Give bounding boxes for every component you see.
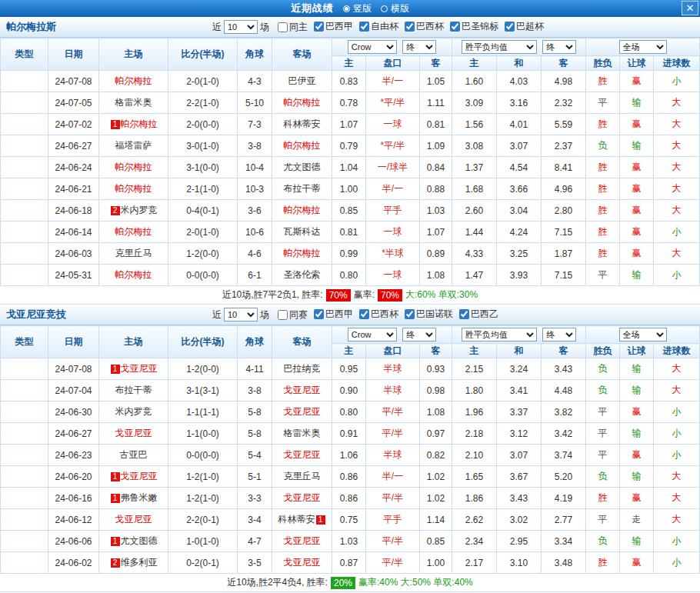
euro-home-odds: 2.17: [452, 552, 497, 574]
euro-odds-select[interactable]: 胜平负均值: [462, 40, 537, 54]
goals-result: 大: [654, 157, 700, 178]
asian-handicap: *半球: [366, 243, 420, 265]
league-checkbox[interactable]: [505, 22, 515, 32]
same-filter[interactable]: 同主: [278, 21, 308, 34]
focus-team-name: 戈亚尼亚: [115, 428, 152, 438]
asian-time-select[interactable]: 终: [402, 328, 436, 341]
league-filter[interactable]: 巴西乙: [459, 308, 498, 321]
league-checkbox[interactable]: [450, 22, 460, 32]
red-card-badge: 2: [111, 558, 120, 568]
asian-away-odds: 0.82: [420, 445, 452, 466]
same-checkbox[interactable]: [278, 22, 288, 32]
away-team-cell: 科林蒂安1: [272, 509, 332, 531]
radio-icon: [343, 5, 350, 12]
scope-controls: 全场: [586, 38, 700, 56]
corners-cell: 4-6: [238, 243, 272, 265]
handicap-result: 输: [620, 92, 654, 114]
euro-away-odds: 2.32: [542, 92, 586, 114]
league-filter[interactable]: 巴西甲: [314, 20, 353, 33]
goals-result: 大: [654, 380, 700, 401]
match-row: 巴西甲24-07-021帕尔梅拉2-0(0-0)7-3科林蒂安1.07一球0.8…: [1, 114, 700, 135]
home-team-cell: 戈亚尼亚: [99, 509, 168, 531]
focus-team-name: 帕尔梅拉: [121, 118, 158, 129]
goals-result: 大: [654, 92, 700, 114]
league-label: 巴西杯: [416, 20, 444, 33]
near-count-select[interactable]: 10: [224, 20, 258, 34]
handicap-result: 输: [620, 423, 654, 445]
league-filter[interactable]: 巴西杯: [359, 308, 398, 321]
euro-time-select[interactable]: 终: [542, 40, 576, 54]
bookmaker-select[interactable]: Crow: [348, 40, 397, 54]
euro-home-odds: 1.86: [452, 488, 497, 509]
league-cell: 巴西甲: [1, 401, 48, 423]
asian-away-odds: 1.03: [420, 200, 452, 222]
league-filter[interactable]: 巴超杯: [505, 20, 544, 33]
match-row: 巴西甲24-07-08帕尔梅拉2-0(1-0)4-3巴伊亚0.83半/一1.05…: [1, 71, 700, 92]
radio-option-vertical[interactable]: 竖版: [343, 2, 372, 15]
col-corners: 角球: [238, 326, 272, 358]
away-team-cell: 戈亚尼亚: [272, 488, 332, 509]
league-filter[interactable]: 自由杯: [359, 20, 398, 33]
league-checkbox[interactable]: [314, 22, 324, 32]
asian-away-odds: 1.05: [420, 71, 452, 92]
match-row: 巴西甲24-06-161弗鲁米嫩1-2(1-0)3-3戈亚尼亚0.86平/半1.…: [1, 488, 700, 509]
euro-draw-odds: 4.24: [497, 222, 542, 243]
euro-home-odds: 2.34: [452, 531, 497, 552]
bookmaker-select[interactable]: Crow: [348, 328, 397, 341]
radio-option-horizontal[interactable]: 横版: [381, 2, 409, 15]
date-cell: 24-06-12: [48, 509, 99, 531]
col-home: 主场: [99, 38, 168, 71]
asian-home-odds: 0.90: [332, 380, 366, 401]
score-cell: 2-0(1-0): [168, 222, 238, 243]
team-name: 帕尔梅拉斯: [6, 20, 210, 34]
score-cell: 1-0(1-0): [168, 531, 238, 552]
focus-team-name: 戈亚尼亚: [284, 535, 321, 546]
titlebar: 近期战绩 竖版 横版 ✕: [0, 0, 700, 17]
euro-time-select[interactable]: 终: [542, 328, 576, 341]
asian-away-odds: 0.84: [420, 157, 452, 178]
league-cell: 巴西甲: [1, 222, 48, 243]
league-checkbox[interactable]: [314, 309, 324, 319]
match-row: 巴西甲24-06-182米内罗竞0-4(0-1)3-6帕尔梅拉0.85平手1.0…: [1, 200, 700, 222]
asian-time-select[interactable]: 终: [402, 40, 436, 54]
scope-select[interactable]: 全场: [619, 40, 667, 54]
opponent-team-name: 格雷米奥: [284, 428, 321, 438]
euro-draw-odds: 4.03: [497, 71, 542, 92]
asian-away-odds: 0.97: [420, 423, 452, 445]
handicap-result: 输: [620, 358, 654, 380]
league-checkbox[interactable]: [359, 22, 369, 32]
near-count-select[interactable]: 10: [224, 308, 258, 321]
home-team-cell: 帕尔梅拉: [99, 265, 168, 286]
scope-select[interactable]: 全场: [619, 328, 667, 341]
euro-odds-select[interactable]: 胜平负均值: [462, 328, 537, 341]
col-date: 日期: [48, 38, 99, 71]
outcome-result: 胜: [586, 114, 620, 135]
asian-home-odds: 0.95: [332, 358, 366, 380]
euro-draw-odds: 4.01: [497, 114, 542, 135]
league-filters: 巴西甲巴西杯巴国诺联巴西乙: [308, 308, 498, 321]
asian-home-odds: 0.81: [332, 222, 366, 243]
focus-team-name: 帕尔梅拉: [115, 75, 152, 86]
home-team-cell: 1戈亚尼亚: [99, 358, 168, 380]
euro-draw-odds: 3.07: [497, 135, 542, 157]
same-filter[interactable]: 同赛: [278, 308, 308, 321]
away-team-cell: 戈亚尼亚: [272, 445, 332, 466]
league-filter[interactable]: 巴西甲: [314, 308, 353, 321]
league-checkbox[interactable]: [405, 309, 415, 319]
close-icon[interactable]: ✕: [682, 1, 698, 15]
home-team-cell: 克里丘马: [99, 243, 168, 265]
league-checkbox[interactable]: [405, 22, 415, 32]
outcome-result: 胜: [586, 71, 620, 92]
outcome-result: 胜: [586, 552, 620, 574]
date-cell: 24-06-20: [48, 466, 99, 488]
goals-result: 大: [654, 114, 700, 135]
league-filter[interactable]: 巴国诺联: [405, 308, 453, 321]
league-filter[interactable]: 巴圣锦标: [450, 20, 498, 33]
league-checkbox[interactable]: [459, 309, 469, 319]
euro-away-odds: 4.48: [542, 380, 586, 401]
league-filter[interactable]: 巴西杯: [405, 20, 444, 33]
euro-home-odds: 4.33: [452, 243, 497, 265]
league-checkbox[interactable]: [359, 309, 369, 319]
same-checkbox[interactable]: [278, 310, 288, 320]
euro-home-odds: 3.09: [452, 92, 497, 114]
